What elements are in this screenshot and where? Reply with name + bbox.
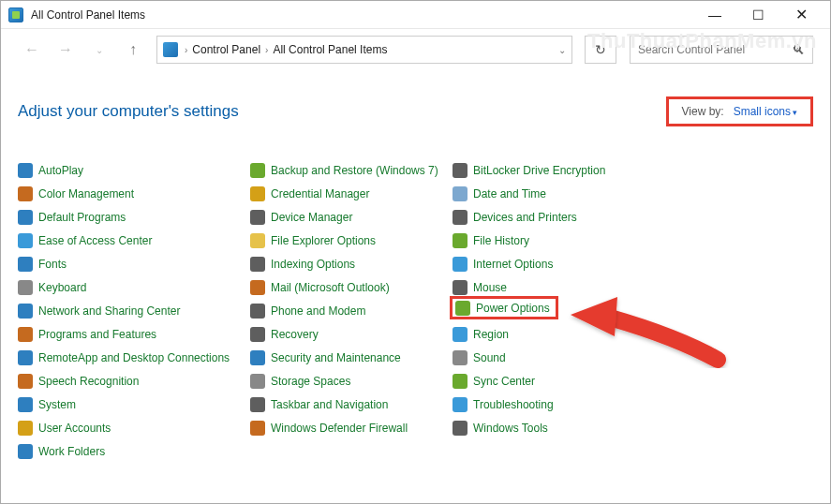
cp-link-power-options[interactable]: Power Options (450, 296, 558, 319)
control-panel-item: File Explorer Options (250, 229, 453, 252)
cp-link-windows-defender-firewall[interactable]: Windows Defender Firewall (250, 416, 453, 439)
cp-link-internet-options[interactable]: Internet Options (453, 252, 813, 275)
forward-button[interactable]: → (55, 41, 76, 58)
item-label: Programs and Features (38, 328, 156, 341)
control-panel-item: Device Manager (250, 205, 453, 229)
close-button[interactable]: ✕ (779, 1, 823, 29)
cp-link-file-explorer-options[interactable]: File Explorer Options (250, 229, 453, 252)
item-label: Network and Sharing Center (38, 304, 180, 318)
cp-link-date-and-time[interactable]: Date and Time (453, 182, 813, 205)
view-by-selector[interactable]: View by: Small icons▾ (666, 96, 814, 126)
item-icon (18, 374, 33, 389)
cp-link-keyboard[interactable]: Keyboard (18, 275, 250, 299)
control-panel-item: Ease of Access Center (18, 229, 250, 252)
refresh-button[interactable]: ↻ (585, 36, 616, 64)
window-controls: — ☐ ✕ (693, 1, 823, 29)
cp-link-file-history[interactable]: File History (453, 229, 813, 252)
chevron-down-icon[interactable]: ⌄ (558, 45, 566, 55)
cp-link-default-programs[interactable]: Default Programs (18, 205, 250, 229)
cp-link-user-accounts[interactable]: User Accounts (18, 416, 250, 439)
content-area: Adjust your computer's settings View by:… (1, 70, 830, 463)
item-icon (250, 304, 265, 319)
item-icon (453, 257, 467, 272)
control-panel-item: Indexing Options (250, 252, 453, 275)
item-icon (18, 421, 33, 436)
item-label: Storage Spaces (271, 375, 350, 388)
cp-link-ease-of-access-center[interactable]: Ease of Access Center (18, 229, 250, 252)
cp-link-device-manager[interactable]: Device Manager (250, 205, 453, 229)
item-label: Indexing Options (271, 258, 355, 271)
item-icon (453, 280, 467, 295)
item-label: Credential Manager (271, 187, 369, 200)
item-icon (18, 210, 33, 225)
cp-link-system[interactable]: System (18, 393, 250, 416)
control-panel-item: Color Management (18, 182, 250, 205)
header-row: Adjust your computer's settings View by:… (18, 80, 813, 134)
control-panel-item: Recovery (250, 322, 453, 346)
item-icon (250, 186, 265, 201)
cp-link-region[interactable]: Region (453, 322, 813, 346)
item-label: Internet Options (473, 258, 553, 271)
maximize-button[interactable]: ☐ (736, 1, 779, 29)
cp-link-storage-spaces[interactable]: Storage Spaces (250, 369, 453, 393)
control-panel-item: File History (453, 229, 813, 252)
cp-link-sync-center[interactable]: Sync Center (453, 369, 813, 393)
chevron-down-icon: ▾ (793, 108, 797, 117)
item-label: Speech Recognition (38, 375, 139, 388)
cp-link-recovery[interactable]: Recovery (250, 322, 453, 346)
search-input[interactable]: Search Control Panel 🔍︎ (630, 36, 813, 64)
cp-link-autoplay[interactable]: AutoPlay (18, 158, 250, 182)
item-label: Region (473, 328, 509, 341)
breadcrumb-all-items[interactable]: All Control Panel Items (273, 43, 387, 56)
item-label: Windows Tools (473, 422, 548, 435)
control-panel-item: Work Folders (18, 439, 250, 463)
item-label: Default Programs (38, 211, 126, 224)
item-icon (250, 397, 265, 412)
address-bar[interactable]: › Control Panel › All Control Panel Item… (156, 36, 572, 64)
item-icon (250, 210, 265, 225)
cp-link-troubleshooting[interactable]: Troubleshooting (453, 393, 813, 416)
recent-dropdown[interactable]: ⌄ (89, 45, 110, 55)
control-panel-item: Region (453, 322, 813, 346)
cp-link-remoteapp-and-desktop-connections[interactable]: RemoteApp and Desktop Connections (18, 346, 250, 369)
item-icon (455, 301, 470, 316)
item-label: Ease of Access Center (38, 234, 152, 247)
item-icon (250, 163, 265, 178)
cp-link-network-and-sharing-center[interactable]: Network and Sharing Center (18, 299, 250, 322)
cp-link-bitlocker-drive-encryption[interactable]: BitLocker Drive Encryption (453, 158, 813, 182)
item-icon (250, 257, 265, 272)
cp-link-mail-microsoft-outlook-[interactable]: Mail (Microsoft Outlook) (250, 275, 453, 299)
item-label: Taskbar and Navigation (271, 398, 388, 411)
cp-link-credential-manager[interactable]: Credential Manager (250, 182, 453, 205)
view-by-value[interactable]: Small icons▾ (734, 105, 797, 118)
cp-link-windows-tools[interactable]: Windows Tools (453, 416, 813, 439)
cp-link-devices-and-printers[interactable]: Devices and Printers (453, 205, 813, 229)
cp-link-taskbar-and-navigation[interactable]: Taskbar and Navigation (250, 393, 453, 416)
cp-link-programs-and-features[interactable]: Programs and Features (18, 322, 250, 346)
item-label: Color Management (38, 187, 134, 200)
cp-link-color-management[interactable]: Color Management (18, 182, 250, 205)
cp-link-work-folders[interactable]: Work Folders (18, 439, 250, 463)
item-label: Work Folders (38, 445, 105, 458)
control-panel-item: System (18, 393, 250, 416)
control-panel-item: Credential Manager (250, 182, 453, 205)
cp-link-backup-and-restore-windows-7-[interactable]: Backup and Restore (Windows 7) (250, 158, 453, 182)
up-button[interactable]: ↑ (123, 41, 143, 58)
cp-link-indexing-options[interactable]: Indexing Options (250, 252, 453, 275)
control-panel-item: Mail (Microsoft Outlook) (250, 275, 453, 299)
cp-link-speech-recognition[interactable]: Speech Recognition (18, 369, 250, 393)
titlebar: All Control Panel Items — ☐ ✕ (1, 1, 830, 29)
cp-link-sound[interactable]: Sound (453, 346, 813, 369)
item-label: Security and Maintenance (271, 351, 401, 364)
minimize-button[interactable]: — (693, 1, 736, 29)
item-label: File History (473, 234, 529, 247)
control-panel-item: Sync Center (453, 369, 813, 393)
breadcrumb-control-panel[interactable]: Control Panel (192, 43, 260, 56)
item-icon (18, 350, 33, 365)
cp-link-phone-and-modem[interactable]: Phone and Modem (250, 299, 453, 322)
item-label: Recovery (271, 328, 319, 341)
control-panel-item: Devices and Printers (453, 205, 813, 229)
cp-link-fonts[interactable]: Fonts (18, 252, 250, 275)
back-button[interactable]: ← (22, 41, 42, 58)
cp-link-security-and-maintenance[interactable]: Security and Maintenance (250, 346, 453, 369)
